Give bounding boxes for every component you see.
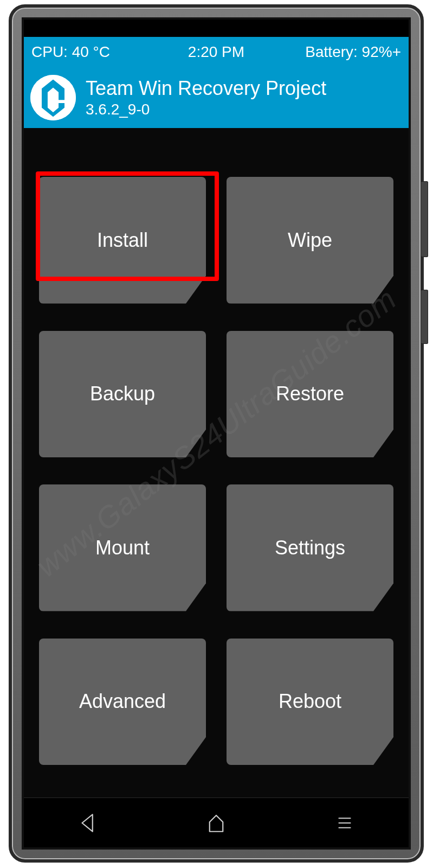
back-icon [76,812,99,834]
home-icon [205,812,228,834]
reboot-button[interactable]: Reboot [227,639,393,765]
app-header: Team Win Recovery Project 3.6.2_9-0 [24,67,409,128]
main-menu-grid: Install Wipe Backup Restore Mount Settin… [24,128,409,797]
status-battery: Battery: 92%+ [278,43,401,61]
status-time: 2:20 PM [154,43,277,61]
header-text: Team Win Recovery Project 3.6.2_9-0 [86,77,326,118]
volume-rocker [421,181,428,257]
mount-button[interactable]: Mount [39,484,206,611]
back-button[interactable] [74,809,102,837]
device-inner: CPU: 40 °C 2:20 PM Battery: 92%+ Team Wi… [22,17,411,850]
advanced-button[interactable]: Advanced [39,639,206,765]
screen: CPU: 40 °C 2:20 PM Battery: 92%+ Team Wi… [24,37,409,797]
install-button[interactable]: Install [39,177,206,304]
backup-button[interactable]: Backup [39,331,206,458]
app-title: Team Win Recovery Project [86,77,326,100]
twrp-logo-icon [30,75,76,120]
menu-icon [333,812,356,834]
home-button[interactable] [202,809,230,837]
settings-button[interactable]: Settings [227,484,393,611]
device-frame: CPU: 40 °C 2:20 PM Battery: 92%+ Team Wi… [9,4,424,863]
android-nav-bar [24,797,409,847]
status-cpu: CPU: 40 °C [31,43,154,61]
app-version: 3.6.2_9-0 [86,101,326,118]
power-button [421,290,428,344]
wipe-button[interactable]: Wipe [227,177,393,304]
status-bar: CPU: 40 °C 2:20 PM Battery: 92%+ [24,37,409,67]
recents-button[interactable] [331,809,359,837]
restore-button[interactable]: Restore [227,331,393,458]
